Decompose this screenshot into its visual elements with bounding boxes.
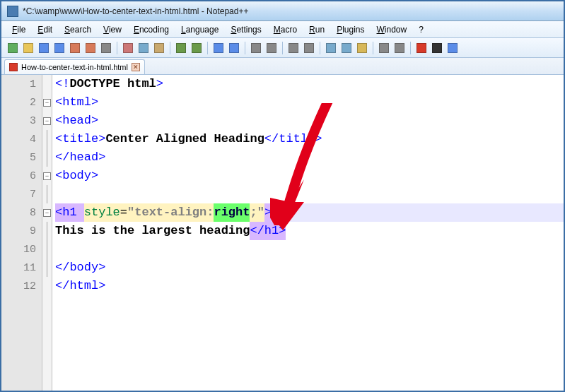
replace-icon-glyph [229, 43, 239, 53]
save-all-icon[interactable] [52, 41, 66, 55]
zoom-in-icon[interactable] [249, 41, 263, 55]
menu-bar: FileEditSearchViewEncodingLanguageSettin… [1, 21, 564, 38]
menu-run[interactable]: Run [304, 23, 330, 36]
close-icon[interactable] [68, 41, 82, 55]
line-number: 3 [1, 112, 42, 130]
code-area[interactable]: <!DOCTYPE html><html><head><title>Center… [52, 75, 564, 391]
print-icon-glyph [101, 43, 111, 53]
menu-view[interactable]: View [98, 23, 127, 36]
toolbar-separator [282, 42, 283, 54]
sync-h-icon-glyph [304, 43, 314, 53]
line-number: 10 [1, 240, 42, 259]
indent-guide-icon[interactable] [355, 41, 369, 55]
tab-bar: How-to-center-text-in-html.html ✕ [1, 58, 564, 75]
new-file-icon[interactable] [6, 41, 20, 55]
close-all-icon[interactable] [83, 41, 98, 55]
new-file-icon-glyph [8, 43, 18, 53]
line-number: 9 [1, 222, 42, 240]
line-number: 4 [1, 130, 42, 148]
print-icon[interactable] [99, 41, 113, 55]
wrap-icon[interactable] [324, 41, 338, 55]
lang-icon-glyph [379, 43, 389, 53]
title-bar: *C:\wamp\www\How-to-center-text-in-html.… [1, 1, 564, 21]
file-tab-label: How-to-center-text-in-html.html [21, 63, 128, 71]
menu-file[interactable]: File [7, 23, 30, 36]
stop-icon[interactable] [430, 41, 444, 55]
sync-h-icon[interactable] [302, 41, 316, 55]
open-file-icon[interactable] [21, 41, 35, 55]
zoom-in-icon-glyph [251, 43, 261, 53]
code-line[interactable]: <title>Center Aligned Heading</title> [55, 130, 564, 148]
lang-icon[interactable] [377, 41, 391, 55]
code-line[interactable] [55, 185, 564, 203]
fold-marker [42, 130, 52, 148]
code-line[interactable]: <head> [55, 112, 564, 130]
zoom-out-icon[interactable] [264, 41, 279, 55]
undo-icon[interactable] [174, 41, 188, 55]
menu-language[interactable]: Language [176, 23, 223, 36]
menu-macro[interactable]: Macro [269, 23, 302, 36]
code-line[interactable]: </head> [55, 148, 564, 167]
play-icon[interactable] [445, 41, 460, 55]
app-icon [7, 6, 18, 17]
code-line[interactable]: </body> [55, 259, 564, 277]
menu-search[interactable]: Search [59, 23, 96, 36]
toolbar-separator [245, 42, 245, 54]
toolbar-separator [207, 42, 208, 54]
paste-icon-glyph [154, 43, 164, 53]
line-number: 12 [1, 277, 42, 295]
code-editor[interactable]: 123456789101112 <!DOCTYPE html><html><he… [1, 75, 564, 391]
redo-icon-glyph [192, 43, 202, 53]
fold-marker [42, 148, 52, 167]
sync-v-icon-glyph [289, 43, 298, 53]
code-line[interactable]: </html> [55, 277, 564, 295]
whitespace-icon[interactable] [339, 41, 354, 55]
cut-icon[interactable] [121, 41, 135, 55]
find-icon[interactable] [211, 41, 226, 55]
menu-plugins[interactable]: Plugins [332, 23, 369, 36]
menu-settings[interactable]: Settings [226, 23, 266, 36]
fold-marker[interactable] [42, 112, 52, 130]
menu-window[interactable]: Window [372, 23, 412, 36]
copy-icon[interactable] [136, 41, 151, 55]
fold-marker[interactable] [42, 93, 52, 112]
code-line[interactable]: <h1 style="text-align:right;"> [55, 203, 564, 222]
close-all-icon-glyph [86, 43, 95, 53]
close-icon-glyph [70, 43, 80, 53]
code-line[interactable]: <!DOCTYPE html> [55, 75, 564, 93]
fold-marker [42, 240, 52, 259]
line-number: 6 [1, 167, 42, 185]
toolbar-separator [320, 42, 320, 54]
toolbar-separator [373, 42, 373, 54]
indent-guide-icon-glyph [357, 43, 367, 53]
paste-icon[interactable] [152, 41, 166, 55]
menu-[interactable]: ? [414, 23, 429, 36]
whitespace-icon-glyph [342, 43, 351, 53]
eol-icon[interactable] [392, 41, 407, 55]
file-modified-icon [9, 63, 18, 71]
cut-icon-glyph [123, 43, 133, 53]
tab-close-button[interactable]: ✕ [132, 63, 140, 71]
save-icon[interactable] [37, 41, 51, 55]
fold-marker[interactable] [42, 167, 52, 185]
window-title: *C:\wamp\www\How-to-center-text-in-html.… [23, 6, 248, 16]
eol-icon-glyph [395, 43, 404, 53]
line-number: 1 [1, 75, 42, 93]
code-line[interactable] [55, 240, 564, 259]
redo-icon[interactable] [190, 41, 204, 55]
line-number: 11 [1, 259, 42, 277]
file-tab[interactable]: How-to-center-text-in-html.html ✕ [4, 59, 145, 74]
menu-edit[interactable]: Edit [33, 23, 57, 36]
play-icon-glyph [448, 43, 458, 53]
fold-marker [42, 185, 52, 203]
record-icon[interactable] [414, 41, 429, 55]
line-number-gutter: 123456789101112 [1, 75, 42, 391]
code-line[interactable]: This is the largest heading</h1> [55, 222, 564, 240]
code-line[interactable]: <html> [55, 93, 564, 112]
replace-icon[interactable] [227, 41, 241, 55]
sync-v-icon[interactable] [286, 41, 301, 55]
code-line[interactable]: <body> [55, 167, 564, 185]
zoom-out-icon-glyph [267, 43, 276, 53]
fold-marker[interactable] [42, 203, 52, 222]
menu-encoding[interactable]: Encoding [129, 23, 174, 36]
